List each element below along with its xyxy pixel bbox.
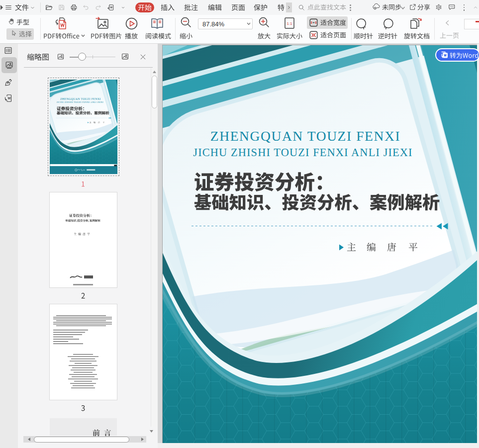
svg-text:1:1: 1:1 xyxy=(287,21,292,26)
